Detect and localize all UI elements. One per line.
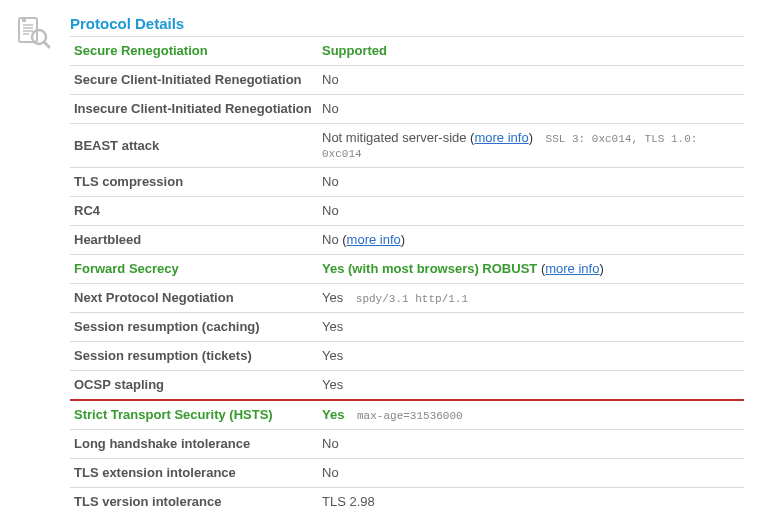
table-row: Strict Transport Security (HSTS)Yes max-… [70, 400, 744, 430]
row-label: OCSP stapling [70, 371, 318, 401]
more-info-link[interactable]: more info [474, 130, 528, 145]
row-label: RC4 [70, 197, 318, 226]
table-row: TLS extension intoleranceNo [70, 459, 744, 488]
row-value-cell: No [318, 66, 744, 95]
more-info-link[interactable]: more info [347, 232, 401, 247]
table-row: OCSP staplingYes [70, 371, 744, 401]
row-value: No [322, 174, 339, 189]
table-row: Long handshake intoleranceNo [70, 430, 744, 459]
row-value-cell: No [318, 197, 744, 226]
row-value: Yes [322, 319, 343, 334]
table-row: TLS compressionNo [70, 168, 744, 197]
row-label: Session resumption (caching) [70, 313, 318, 342]
row-value: No [322, 232, 339, 247]
row-value-cell: No [318, 95, 744, 124]
row-value-cell: Not mitigated server-side (more info) SS… [318, 124, 744, 168]
row-value-cell: Yes [318, 313, 744, 342]
row-value-cell: Supported [318, 37, 744, 66]
protocol-details-table: Secure RenegotiationSupportedSecure Clie… [70, 36, 744, 513]
row-value: Yes [322, 377, 343, 392]
svg-rect-0 [19, 18, 37, 42]
row-value: Yes (with most browsers) ROBUST [322, 261, 537, 276]
table-row: Secure Client-Initiated RenegotiationNo [70, 66, 744, 95]
row-value-cell: No [318, 168, 744, 197]
row-value: No [322, 101, 339, 116]
row-value-cell: Yes (with most browsers) ROBUST (more in… [318, 255, 744, 284]
row-label: TLS extension intolerance [70, 459, 318, 488]
row-label: Long handshake intolerance [70, 430, 318, 459]
section-title: Protocol Details [70, 15, 744, 32]
row-value: No [322, 203, 339, 218]
row-label: Secure Renegotiation [70, 37, 318, 66]
table-row: Session resumption (tickets)Yes [70, 342, 744, 371]
row-value: Yes [322, 407, 344, 422]
row-value: No [322, 465, 339, 480]
row-label: Strict Transport Security (HSTS) [70, 400, 318, 430]
svg-line-6 [44, 42, 49, 47]
row-value-cell: TLS 2.98 [318, 488, 744, 514]
table-row: RC4No [70, 197, 744, 226]
row-value-cell: Yes [318, 342, 744, 371]
row-value: Supported [322, 43, 387, 58]
row-value: Yes [322, 290, 343, 305]
row-value-cell: No [318, 459, 744, 488]
row-extra: spdy/3.1 http/1.1 [349, 293, 468, 305]
table-row: TLS version intoleranceTLS 2.98 [70, 488, 744, 514]
row-value-cell: Yes max-age=31536000 [318, 400, 744, 430]
row-label: TLS version intolerance [70, 488, 318, 514]
row-label: Next Protocol Negotiation [70, 284, 318, 313]
row-label: Forward Secrecy [70, 255, 318, 284]
table-row: Secure RenegotiationSupported [70, 37, 744, 66]
table-row: BEAST attackNot mitigated server-side (m… [70, 124, 744, 168]
protocol-details-icon [15, 15, 55, 513]
row-value-cell: Yes [318, 371, 744, 401]
row-extra: max-age=31536000 [350, 410, 462, 422]
table-row: Insecure Client-Initiated RenegotiationN… [70, 95, 744, 124]
row-value: No [322, 72, 339, 87]
row-label: Heartbleed [70, 226, 318, 255]
row-value-cell: No [318, 430, 744, 459]
more-info-link[interactable]: more info [545, 261, 599, 276]
row-label: Secure Client-Initiated Renegotiation [70, 66, 318, 95]
row-label: Insecure Client-Initiated Renegotiation [70, 95, 318, 124]
table-row: HeartbleedNo (more info) [70, 226, 744, 255]
row-value: No [322, 436, 339, 451]
table-row: Next Protocol NegotiationYes spdy/3.1 ht… [70, 284, 744, 313]
row-value: Not mitigated server-side [322, 130, 467, 145]
table-row: Forward SecrecyYes (with most browsers) … [70, 255, 744, 284]
row-value-cell: No (more info) [318, 226, 744, 255]
row-value: TLS 2.98 [322, 494, 375, 509]
row-label: TLS compression [70, 168, 318, 197]
table-row: Session resumption (caching)Yes [70, 313, 744, 342]
row-label: BEAST attack [70, 124, 318, 168]
row-value-cell: Yes spdy/3.1 http/1.1 [318, 284, 744, 313]
row-label: Session resumption (tickets) [70, 342, 318, 371]
row-value: Yes [322, 348, 343, 363]
